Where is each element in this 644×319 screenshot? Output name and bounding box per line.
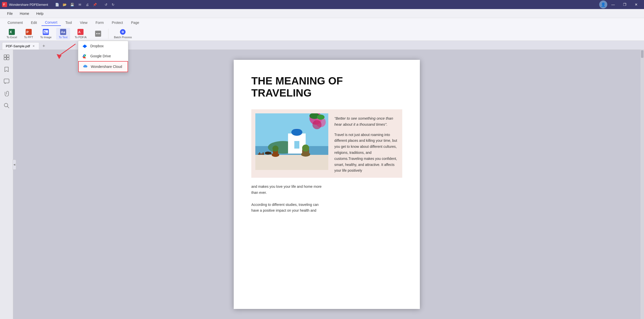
to-pdfa-label: To PDF/A bbox=[75, 36, 87, 39]
dropbox-icon bbox=[82, 43, 87, 49]
to-ppt-label: To PPT bbox=[24, 36, 33, 39]
menu-bar: File Home Help bbox=[0, 9, 644, 18]
add-tab-button[interactable]: + bbox=[40, 42, 47, 50]
main-layout: ◀ THE MEANING OF TRAVELING bbox=[0, 50, 644, 319]
svg-text:X: X bbox=[10, 30, 12, 34]
pdf-body-right bbox=[331, 184, 402, 214]
to-pdfa-button[interactable]: A To PDF/A bbox=[72, 28, 89, 40]
to-excel-button[interactable]: X To Excel bbox=[4, 28, 20, 40]
tab-edit[interactable]: Edit bbox=[27, 20, 41, 26]
to-text-icon: Aa bbox=[60, 29, 66, 35]
svg-point-48 bbox=[272, 146, 278, 152]
svg-rect-24 bbox=[4, 79, 9, 83]
sidebar-collapse-handle[interactable]: ◀ bbox=[13, 160, 16, 170]
redo-button[interactable]: ↻ bbox=[110, 2, 116, 8]
pdf-body-left: and makes you love your life and home mo… bbox=[251, 184, 323, 214]
print-button[interactable]: 🖨 bbox=[84, 2, 90, 8]
more-icon bbox=[95, 31, 101, 37]
left-sidebar bbox=[0, 50, 13, 319]
sidebar-comment[interactable] bbox=[2, 77, 11, 86]
ribbon-content: X To Excel P To PPT bbox=[0, 27, 644, 40]
svg-rect-40 bbox=[259, 152, 260, 155]
new-button[interactable]: 📄 bbox=[54, 2, 60, 8]
file-menu[interactable]: File bbox=[4, 11, 16, 17]
document-tab-close[interactable]: ✕ bbox=[31, 44, 35, 48]
batch-process-button[interactable]: Batch Process bbox=[111, 28, 134, 40]
ribbon: Comment Edit Convert Tool View Form Prot… bbox=[0, 18, 644, 41]
tab-protect[interactable]: Protect bbox=[108, 20, 126, 26]
email-button[interactable]: ✉ bbox=[77, 2, 83, 8]
google-drive-item[interactable]: Google Drive bbox=[78, 51, 128, 61]
user-avatar[interactable]: 👤 bbox=[599, 1, 607, 9]
pin-button[interactable]: 📌 bbox=[92, 2, 98, 8]
svg-rect-41 bbox=[263, 152, 264, 155]
tab-form[interactable]: Form bbox=[92, 20, 107, 26]
sidebar-attachment[interactable] bbox=[2, 89, 11, 98]
pdf-page: THE MEANING OF TRAVELING bbox=[234, 60, 420, 309]
svg-text:A: A bbox=[78, 30, 81, 34]
svg-point-52 bbox=[265, 152, 271, 155]
to-image-label: To Image bbox=[40, 36, 52, 39]
pdf-quote: "Better to see something once than hear … bbox=[334, 115, 398, 127]
open-button[interactable]: 📂 bbox=[62, 2, 68, 8]
svg-point-38 bbox=[317, 115, 325, 120]
right-scrollbar[interactable] bbox=[640, 50, 644, 319]
to-ppt-button[interactable]: P To PPT bbox=[22, 28, 36, 40]
svg-rect-45 bbox=[255, 155, 328, 170]
svg-rect-23 bbox=[7, 58, 9, 60]
to-ppt-icon: P bbox=[26, 29, 32, 35]
to-image-icon bbox=[43, 29, 49, 35]
pdf-body-section: and makes you love your life and home mo… bbox=[251, 184, 402, 214]
dropbox-label: Dropbox bbox=[90, 44, 104, 48]
pdf-body-text-1: Travel is not just about roaming into di… bbox=[334, 132, 398, 174]
undo-button[interactable]: ↺ bbox=[103, 2, 109, 8]
to-text-button[interactable]: Aa To Text bbox=[56, 28, 70, 40]
document-tab-name: PDF-Sample.pdf bbox=[6, 44, 30, 48]
close-button[interactable]: ✕ bbox=[630, 0, 642, 9]
quick-access-toolbar: 📄 📂 💾 ✉ 🖨 📌 bbox=[54, 2, 98, 8]
to-image-button[interactable]: To Image bbox=[38, 28, 54, 40]
home-menu[interactable]: Home bbox=[17, 11, 32, 17]
restore-button[interactable]: ❐ bbox=[619, 0, 630, 9]
window-controls: 👤 — ❐ ✕ bbox=[599, 0, 642, 9]
google-drive-icon bbox=[82, 54, 87, 59]
more-options-button[interactable] bbox=[91, 30, 105, 38]
svg-rect-22 bbox=[4, 58, 6, 60]
svg-point-36 bbox=[312, 120, 321, 129]
batch-process-icon bbox=[120, 29, 126, 35]
content-area: THE MEANING OF TRAVELING bbox=[13, 50, 640, 319]
dropdown-menu: Dropbox Google Drive Wondershare Cloud bbox=[78, 41, 128, 72]
sidebar-search[interactable] bbox=[2, 101, 11, 110]
tab-view[interactable]: View bbox=[76, 20, 91, 26]
svg-text:F: F bbox=[3, 3, 5, 6]
dropbox-item[interactable]: Dropbox bbox=[78, 41, 128, 51]
svg-point-25 bbox=[4, 103, 8, 107]
to-excel-label: To Excel bbox=[7, 36, 17, 39]
to-text-label: To Text bbox=[59, 36, 68, 39]
svg-point-14 bbox=[96, 33, 97, 34]
wondershare-cloud-item[interactable]: Wondershare Cloud bbox=[78, 61, 128, 72]
sidebar-thumbnail[interactable] bbox=[2, 53, 11, 62]
ribbon-separator bbox=[108, 29, 108, 39]
batch-process-label: Batch Process bbox=[114, 36, 132, 39]
to-excel-icon: X bbox=[9, 29, 15, 35]
minimize-button[interactable]: — bbox=[607, 0, 619, 9]
help-menu[interactable]: Help bbox=[33, 11, 47, 17]
app-icon: F bbox=[2, 2, 7, 7]
svg-point-16 bbox=[99, 33, 100, 34]
svg-text:Aa: Aa bbox=[61, 30, 65, 34]
title-bar-left: F Wondershare PDFElement 📄 📂 💾 ✉ 🖨 📌 ↺ ↻ bbox=[2, 2, 599, 8]
svg-point-33 bbox=[291, 129, 302, 136]
svg-line-26 bbox=[7, 106, 9, 108]
pdf-body-left-text: According to different studies, travelin… bbox=[251, 202, 323, 214]
tab-tool[interactable]: Tool bbox=[62, 20, 75, 26]
sidebar-bookmark[interactable] bbox=[2, 65, 11, 74]
save-button[interactable]: 💾 bbox=[69, 2, 75, 8]
tab-page[interactable]: Page bbox=[128, 20, 143, 26]
app-title: Wondershare PDFElement bbox=[9, 3, 48, 7]
tab-comment[interactable]: Comment bbox=[4, 20, 26, 26]
svg-rect-21 bbox=[7, 55, 9, 57]
svg-point-8 bbox=[44, 31, 45, 32]
document-tab[interactable]: PDF-Sample.pdf ✕ bbox=[2, 42, 39, 50]
tab-convert[interactable]: Convert bbox=[42, 19, 61, 26]
